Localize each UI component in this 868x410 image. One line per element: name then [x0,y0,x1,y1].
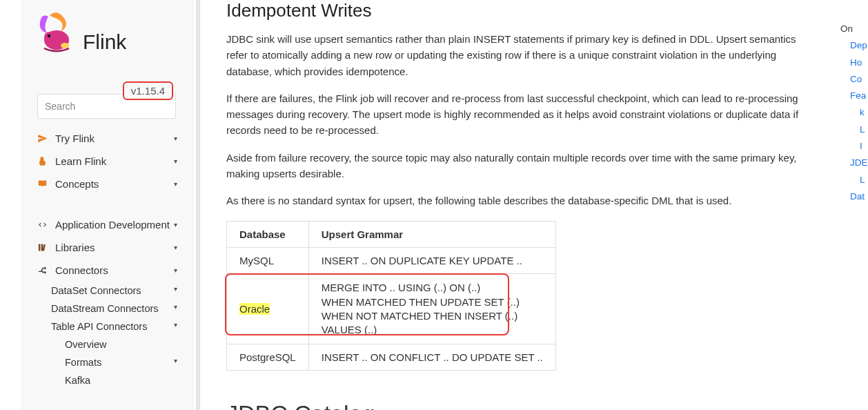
svg-point-3 [61,43,69,48]
logo-text: Flink [83,30,126,54]
nav-label: Application Development [55,219,170,231]
toc-link[interactable]: k [840,104,868,121]
logo[interactable]: Flink [34,10,179,54]
highlight-oracle: Oracle [239,303,270,315]
toc-link[interactable]: Dep [840,37,868,54]
svg-point-1 [44,32,55,43]
toc-heading: On [840,21,868,37]
heading-jdbc-catalog: JDBC Catalog [226,400,806,410]
nav-try-flink[interactable]: Try Flink ▾ [21,127,193,150]
nav-app-dev[interactable]: Application Development ▾ [21,213,193,236]
table-row-postgresql: PostgreSQL INSERT .. ON CONFLICT .. DO U… [227,344,556,371]
chevron-down-icon: ▾ [174,244,177,251]
nav-label: Kafka [65,375,90,386]
nav-label: Formats [65,357,101,368]
nav-section-1: Try Flink ▾ Learn Flink ▾ Concepts ▾ [21,127,193,195]
paragraph: As there is no standard syntax for upser… [226,193,806,208]
upsert-grammar-table: Database Upsert Grammar MySQL INSERT .. … [226,221,556,371]
grammar-line: WHEN NOT MATCHED THEN INSERT (..) [322,309,543,323]
sidebar: Flink v1.15.4 Try Flink ▾ Learn Flink ▾ … [21,0,193,410]
cell-grammar: INSERT .. ON DUPLICATE KEY UPDATE .. [308,248,555,274]
nav-overview[interactable]: Overview [21,335,193,353]
version-badge[interactable]: v1.15.4 [123,81,173,100]
grammar-line: VALUES (..) [322,323,543,337]
nav-label: Overview [65,339,106,350]
nav-learn-flink[interactable]: Learn Flink ▾ [21,150,193,173]
table-header-row: Database Upsert Grammar [227,222,556,248]
toc-link[interactable]: Dat [840,188,868,205]
shuffle-icon [36,265,48,275]
grammar-line: MERGE INTO .. USING (..) ON (..) [322,281,543,295]
hand-icon [36,156,48,166]
cell-grammar: MERGE INTO .. USING (..) ON (..) WHEN MA… [308,274,555,344]
toc-link[interactable]: L [840,172,868,188]
toc-link[interactable]: Co [840,71,868,88]
toc-link[interactable]: JDE [840,155,868,171]
toc-link[interactable]: Fea [840,88,868,104]
chevron-down-icon: ▾ [174,285,177,293]
nav-label: Connectors [55,264,108,276]
nav-kafka[interactable]: Kafka [21,371,193,389]
nav-label: DataSet Connectors [51,285,141,296]
th-grammar: Upsert Grammar [308,222,555,248]
chevron-down-icon: ▾ [174,221,177,228]
toc-link[interactable]: L [840,121,868,138]
table-wrap: Database Upsert Grammar MySQL INSERT .. … [226,219,556,378]
paragraph: Aside from failure recovery, the source … [226,150,806,182]
nav-dataset-connectors[interactable]: DataSet Connectors ▾ [21,282,193,300]
logo-block: Flink v1.15.4 [21,7,193,54]
nav-formats[interactable]: Formats ▾ [21,353,193,371]
sidebar-resize-handle[interactable] [196,0,200,410]
chevron-down-icon: ▾ [174,266,177,274]
code-icon [36,219,48,230]
nav-label: DataStream Connectors [51,303,159,314]
nav-section-2: Application Development ▾ Libraries ▾ Co… [21,213,193,389]
book-open-icon [36,179,48,189]
cell-db: Oracle [227,274,309,344]
nav-datastream-connectors[interactable]: DataStream Connectors ▾ [21,300,193,318]
chevron-down-icon: ▾ [174,180,177,188]
table-row-mysql: MySQL INSERT .. ON DUPLICATE KEY UPDATE … [227,248,556,274]
plane-icon [36,133,48,144]
chevron-down-icon: ▾ [174,321,177,329]
nav-concepts[interactable]: Concepts ▾ [21,173,193,195]
toc-link[interactable]: Ho [840,55,868,71]
squirrel-icon [34,10,79,54]
nav-connectors[interactable]: Connectors ▾ [21,259,193,282]
cell-db: MySQL [227,248,309,274]
nav-label: Try Flink [55,133,95,144]
books-icon [36,242,48,253]
chevron-down-icon: ▾ [174,157,177,165]
main-content: Idempotent Writes JDBC sink will use ups… [207,0,827,410]
nav-libraries[interactable]: Libraries ▾ [21,236,193,259]
nav-tableapi-connectors[interactable]: Table API Connectors ▾ [21,318,193,335]
svg-point-2 [48,35,50,37]
paragraph: JDBC sink will use upsert semantics rath… [226,31,806,79]
toc-link[interactable]: I [840,138,868,155]
nav-label: Learn Flink [55,155,106,167]
chevron-down-icon: ▾ [174,357,177,364]
paragraph: If there are failures, the Flink job wil… [226,90,806,139]
chevron-down-icon: ▾ [174,135,177,142]
heading-idempotent-writes: Idempotent Writes [226,0,806,21]
nav-label: Libraries [55,242,95,253]
grammar-line: WHEN MATCHED THEN UPDATE SET (..) [322,295,543,309]
table-row-oracle: Oracle MERGE INTO .. USING (..) ON (..) … [227,274,556,344]
cell-grammar: INSERT .. ON CONFLICT .. DO UPDATE SET .… [308,344,555,371]
th-database: Database [227,222,309,248]
cell-db: PostgreSQL [227,344,309,371]
page-toc: On Dep Ho Co Fea k L I JDE L Dat [840,21,868,205]
chevron-down-icon: ▾ [174,303,177,311]
nav-label: Table API Connectors [51,321,147,332]
nav-label: Concepts [55,178,99,190]
